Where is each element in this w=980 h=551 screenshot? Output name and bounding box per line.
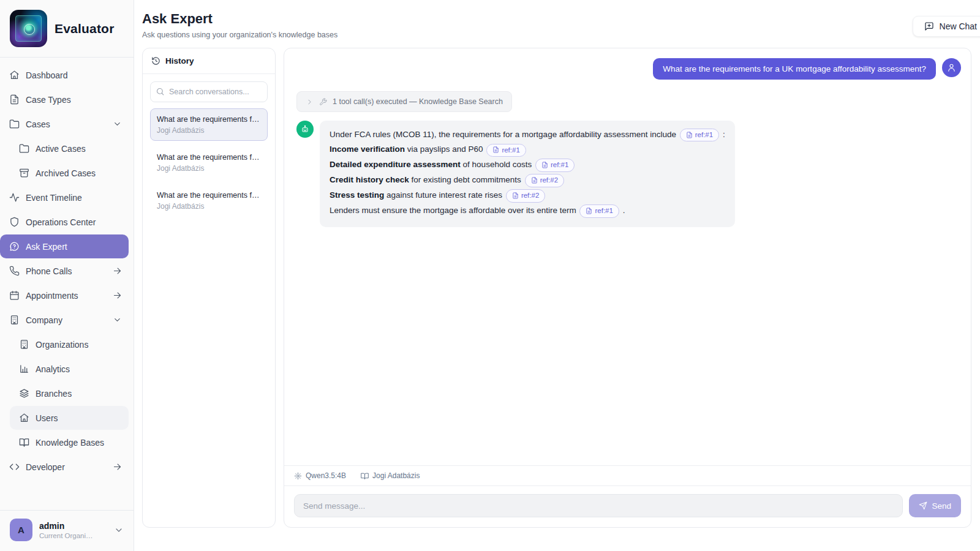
app-window: Evaluator DashboardCase TypesCasesActive… [0, 0, 980, 551]
history-icon [151, 56, 160, 66]
sidebar-item-case-types[interactable]: Case Types [0, 88, 129, 111]
sidebar-item-appointments[interactable]: Appointments [0, 283, 129, 307]
sidebar-item-organizations[interactable]: Organizations [10, 332, 129, 356]
ref-badge[interactable]: ref:#1 [680, 129, 719, 142]
layers-icon [18, 388, 29, 399]
assistant-text-segment: Stress testing [330, 190, 384, 200]
sidebar-item-users[interactable]: Users [10, 406, 129, 430]
building-icon [9, 315, 20, 326]
avatar: A [10, 519, 32, 541]
model-name: Qwen3.5:4B [306, 471, 346, 480]
building-icon [18, 339, 29, 350]
conversation-knowledge-base: Jogi Adatbázis [157, 164, 261, 173]
ref-badge[interactable]: ref:#1 [535, 159, 575, 172]
conversation-list: What are the requirements f…Jogi Adatbáz… [143, 108, 275, 222]
sidebar-item-label: Active Cases [36, 144, 123, 154]
knowledge-base-name: Jogi Adatbázis [372, 471, 420, 480]
arrow-right-icon [113, 291, 123, 301]
sidebar-item-phone-calls[interactable]: Phone Calls [0, 259, 129, 283]
panels: History What are the requirements f…Jogi… [142, 48, 971, 528]
arrow-right-icon [113, 462, 123, 472]
page-title: Ask Expert [142, 11, 971, 27]
activity-icon [9, 192, 20, 203]
search-input[interactable] [150, 81, 268, 102]
assistant-avatar [296, 121, 314, 138]
ref-badge[interactable]: ref:#2 [506, 189, 545, 203]
sidebar-item-active-cases[interactable]: Active Cases [10, 137, 129, 160]
ref-label: ref:#1 [595, 206, 612, 216]
conversation-title: What are the requirements f… [157, 153, 261, 162]
folder-icon [18, 143, 29, 154]
sidebar-item-analytics[interactable]: Analytics [10, 357, 129, 381]
file-text-icon [586, 208, 592, 214]
new-chat-button[interactable]: New Chat [913, 16, 980, 37]
chevron-down-icon [114, 525, 124, 535]
ref-badge[interactable]: ref:#2 [525, 174, 564, 187]
ref-badge[interactable]: ref:#1 [579, 204, 619, 218]
conversation-knowledge-base: Jogi Adatbázis [157, 126, 261, 135]
chat-question-icon [9, 241, 20, 252]
bot-icon [301, 125, 309, 133]
assistant-line: Stress testing against future interest r… [330, 189, 725, 204]
message-input[interactable] [294, 494, 903, 517]
assistant-line: Credit history check for existing debt c… [330, 173, 725, 189]
ref-label: ref:#1 [695, 130, 713, 140]
message-square-plus-icon [924, 21, 934, 31]
sidebar-item-label: Developer [26, 462, 107, 472]
conversation-item[interactable]: What are the requirements f…Jogi Adatbáz… [150, 146, 268, 179]
conversation-item[interactable]: What are the requirements f…Jogi Adatbáz… [150, 108, 268, 141]
search-icon [156, 87, 165, 96]
ref-label: ref:#2 [521, 190, 539, 201]
assistant-text-segment: Income verification [330, 144, 405, 154]
assistant-text-segment: Lenders must ensure the mortgage is affo… [330, 206, 578, 215]
sidebar-item-label: Operations Center [26, 217, 123, 227]
brand-row: Evaluator [0, 0, 134, 57]
ref-label: ref:#2 [540, 175, 558, 186]
tool-calls-label: 1 tool call(s) executed — Knowledge Base… [333, 97, 503, 106]
messages-area: What are the requirements for a UK mortg… [284, 48, 971, 465]
user-menu[interactable]: A admin Current Organi… [10, 519, 124, 541]
assistant-text-segment: Under FCA rules (MCOB 11), the requireme… [330, 130, 679, 139]
sidebar-item-ask-expert[interactable]: Ask Expert [0, 234, 129, 258]
sidebar-item-label: Event Timeline [26, 193, 123, 203]
conversation-title: What are the requirements f… [157, 191, 261, 200]
sidebar-item-event-timeline[interactable]: Event Timeline [0, 186, 129, 209]
ref-label: ref:#1 [502, 145, 519, 156]
sidebar-item-label: Archived Cases [36, 168, 123, 178]
shield-icon [9, 217, 20, 228]
wrench-icon [319, 98, 327, 106]
ref-label: ref:#1 [551, 160, 568, 170]
sidebar-item-archived-cases[interactable]: Archived Cases [10, 161, 129, 185]
assistant-text-segment: for existing debt commitments [409, 175, 524, 184]
file-text-icon [686, 132, 693, 138]
tool-calls-toggle[interactable]: 1 tool call(s) executed — Knowledge Base… [296, 91, 512, 112]
ref-badge[interactable]: ref:#1 [486, 144, 526, 157]
file-text-icon [541, 162, 548, 168]
sidebar-item-label: Ask Expert [26, 242, 123, 252]
chevron-down-icon [113, 315, 123, 325]
sidebar-item-label: Users [36, 413, 123, 423]
model-info: Qwen3.5:4B [294, 471, 346, 480]
user-message-row: What are the requirements for a UK mortg… [294, 58, 961, 80]
sidebar-item-label: Company [26, 315, 107, 325]
sidebar-item-branches[interactable]: Branches [10, 381, 129, 405]
history-panel: History What are the requirements f…Jogi… [142, 48, 276, 528]
sidebar-item-dashboard[interactable]: Dashboard [0, 63, 129, 87]
archive-icon [18, 168, 29, 179]
file-text-icon [492, 146, 499, 153]
assistant-line: Under FCA rules (MCOB 11), the requireme… [330, 127, 725, 143]
chat-footer: Qwen3.5:4B Jogi Adatbázis Send [284, 465, 971, 527]
sidebar-item-cases[interactable]: Cases [0, 112, 129, 136]
chat-panel: What are the requirements for a UK mortg… [284, 48, 971, 528]
sidebar-item-operations-center[interactable]: Operations Center [0, 210, 129, 234]
knowledge-base-info: Jogi Adatbázis [361, 471, 420, 480]
user-message-bubble: What are the requirements for a UK mortg… [653, 58, 936, 80]
sidebar-item-developer[interactable]: Developer [0, 455, 129, 479]
message-input-row: Send [284, 485, 971, 527]
send-button[interactable]: Send [909, 494, 961, 517]
sidebar-item-knowledge-bases[interactable]: Knowledge Bases [10, 430, 129, 454]
conversation-item[interactable]: What are the requirements f…Jogi Adatbáz… [150, 184, 268, 217]
calendar-icon [9, 290, 20, 301]
sidebar-item-company[interactable]: Company [0, 308, 129, 332]
send-icon [919, 501, 927, 510]
